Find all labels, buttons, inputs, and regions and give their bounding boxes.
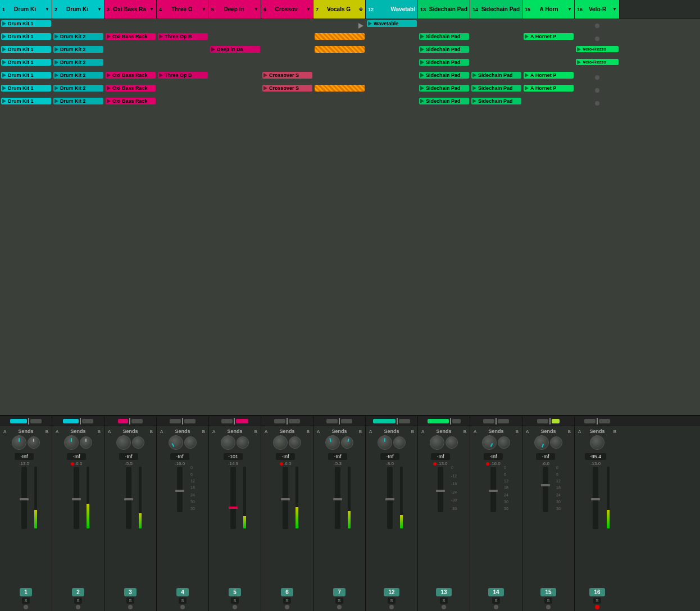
channel-num-7[interactable]: 7 xyxy=(333,588,346,596)
solo-btn-15[interactable]: S xyxy=(544,598,552,604)
play-icon[interactable] xyxy=(358,23,363,29)
channel-num-15[interactable]: 15 xyxy=(540,588,556,596)
clip[interactable]: Sidechain Pad xyxy=(419,33,469,40)
send-knob-14[interactable] xyxy=(498,436,510,449)
solo-btn-13[interactable]: S xyxy=(440,598,447,604)
fader-thumb-3[interactable] xyxy=(124,498,133,500)
fader-track-12[interactable] xyxy=(387,467,393,529)
hatched-clip[interactable]: . xyxy=(315,33,365,40)
send-knob-3[interactable] xyxy=(132,436,144,449)
pan-knob-7[interactable] xyxy=(325,435,340,450)
channel-num-2[interactable]: 2 xyxy=(72,588,84,596)
pan-knob-4[interactable] xyxy=(169,435,183,450)
fader-thumb-14[interactable] xyxy=(489,490,498,492)
solo-btn-12[interactable]: S xyxy=(388,598,395,604)
fader-thumb-1[interactable] xyxy=(20,498,29,500)
hatched-clip[interactable]: . xyxy=(315,46,365,53)
clip[interactable]: Sidechain Pad xyxy=(471,85,521,92)
fader-thumb-5[interactable] xyxy=(229,507,238,509)
clip[interactable]: Drum Kit 2 xyxy=(53,46,103,53)
record-btn-3[interactable] xyxy=(128,605,133,609)
fader-thumb-13[interactable] xyxy=(436,490,445,492)
clip[interactable]: Sidechain Pad xyxy=(419,98,469,104)
pan-knob-14[interactable] xyxy=(482,435,497,450)
fader-track-16[interactable] xyxy=(593,467,598,529)
fader-track-3[interactable] xyxy=(126,467,131,529)
solo-btn-7[interactable]: S xyxy=(335,598,343,604)
channel-num-12[interactable]: 12 xyxy=(384,588,399,596)
solo-btn-2[interactable]: S xyxy=(74,598,81,604)
clip[interactable]: Sidechain Pad xyxy=(419,72,469,79)
clip[interactable]: Drum Kit 1 xyxy=(1,85,51,92)
pan-knob-13[interactable] xyxy=(430,435,444,450)
clip[interactable]: Sidechain Pad xyxy=(419,59,469,66)
clip[interactable]: Crossover S xyxy=(262,72,312,79)
track-header-6[interactable]: 6 Crossov ▼ xyxy=(261,0,313,19)
pan-knob-2[interactable] xyxy=(64,435,79,450)
fader-track-14[interactable] xyxy=(490,467,496,512)
track-header-16[interactable]: 16 Velo-R ▼ xyxy=(575,0,620,19)
send-knob-4[interactable] xyxy=(184,436,197,449)
solo-btn-14[interactable]: S xyxy=(492,598,499,604)
record-btn-2[interactable] xyxy=(76,605,80,609)
fader-thumb-6[interactable] xyxy=(281,498,290,500)
clip[interactable]: Drum Kit 2 xyxy=(53,72,103,79)
record-btn-7[interactable] xyxy=(337,605,342,609)
send-knob-6[interactable] xyxy=(289,436,301,449)
send-knob-2[interactable] xyxy=(80,436,92,449)
fader-track-15[interactable] xyxy=(543,467,548,512)
clip[interactable]: A Hornet P xyxy=(524,33,574,40)
pan-knob-3[interactable] xyxy=(116,435,131,450)
channel-num-5[interactable]: 5 xyxy=(229,588,241,596)
track-header-13[interactable]: 13 Sidechain Pad xyxy=(418,0,470,19)
send-knob-5[interactable] xyxy=(237,436,249,449)
send-knob-1[interactable] xyxy=(28,436,40,449)
track-header-14[interactable]: 14 Sidechain Pad xyxy=(470,0,522,19)
pan-knob-6[interactable] xyxy=(273,435,288,450)
send-knob-13[interactable] xyxy=(446,436,458,449)
track-header-12[interactable]: 12 Wavetabl xyxy=(366,0,418,19)
pan-knob-5[interactable] xyxy=(221,435,235,450)
clip[interactable]: Velo-Rezzo xyxy=(576,59,619,65)
track-header-2[interactable]: 2 Drum Ki ▼ xyxy=(52,0,104,19)
fader-track-2[interactable] xyxy=(74,467,79,529)
solo-btn-1[interactable]: S xyxy=(22,598,29,604)
clip[interactable]: Drum Kit 1 xyxy=(1,33,51,40)
volume-slider-1[interactable] xyxy=(10,419,27,423)
solo-btn-16[interactable]: S xyxy=(593,598,601,604)
volume-slider-5[interactable] xyxy=(236,419,248,423)
hatched-clip[interactable]: . xyxy=(315,85,365,92)
channel-num-4[interactable]: 4 xyxy=(176,588,189,596)
track-header-1[interactable]: 1 Drum Ki ▼ xyxy=(0,0,52,19)
clip[interactable]: Three Op B xyxy=(158,72,208,79)
clip[interactable]: Sidechain Pad xyxy=(471,98,521,104)
clip[interactable]: Wavetable xyxy=(367,20,417,27)
track-header-5[interactable]: 5 Deep in ▼ xyxy=(209,0,261,19)
record-btn-16[interactable] xyxy=(595,605,599,609)
send-knob-7[interactable] xyxy=(341,436,353,449)
solo-btn-6[interactable]: S xyxy=(283,598,290,604)
record-btn-12[interactable] xyxy=(389,605,394,609)
clip[interactable]: Crossover S xyxy=(262,85,312,92)
track-header-3[interactable]: 3 Oxi Bass Ra ▼ xyxy=(104,0,157,19)
clip[interactable]: Drum Kit 1 xyxy=(1,20,51,27)
fader-thumb-7[interactable] xyxy=(333,498,342,500)
clip[interactable]: Oxi Bass Rack xyxy=(106,72,156,79)
track-header-4[interactable]: 4 Three O ▼ xyxy=(157,0,209,19)
record-btn-15[interactable] xyxy=(546,605,551,609)
clip[interactable]: Sidechain Pad xyxy=(471,72,521,79)
clip[interactable]: Three Op B xyxy=(158,33,208,40)
channel-num-3[interactable]: 3 xyxy=(124,588,137,596)
pan-knob-16[interactable] xyxy=(590,435,604,450)
clip[interactable]: Sidechain Pad xyxy=(419,46,469,53)
fader-thumb-4[interactable] xyxy=(175,490,184,492)
clip[interactable]: Drum Kit 1 xyxy=(1,98,51,104)
fader-thumb-2[interactable] xyxy=(72,498,81,500)
clip[interactable]: Drum Kit 2 xyxy=(53,33,103,40)
clip[interactable]: Drum Kit 2 xyxy=(53,59,103,66)
clip[interactable]: A Hornet P xyxy=(524,72,574,79)
fader-thumb-16[interactable] xyxy=(591,498,600,500)
volume-slider-12[interactable] xyxy=(373,419,396,423)
channel-num-16[interactable]: 16 xyxy=(589,588,604,596)
clip[interactable]: Sidechain Pad xyxy=(419,85,469,92)
